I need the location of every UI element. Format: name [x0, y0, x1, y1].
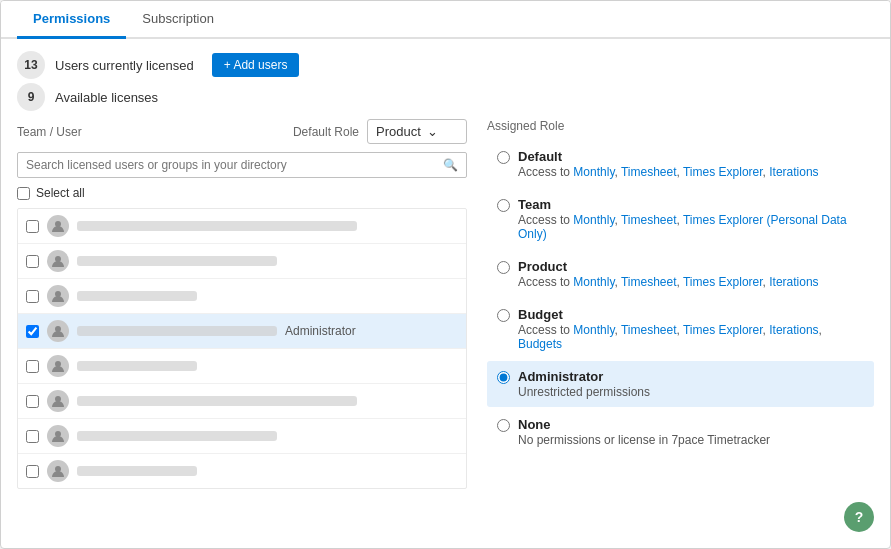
assigned-role-title: Assigned Role [487, 119, 874, 133]
select-all-checkbox[interactable] [17, 187, 30, 200]
avatar [47, 320, 69, 342]
default-role-value: Product [376, 124, 421, 139]
role-link[interactable]: Timesheet [621, 213, 677, 227]
role-link[interactable]: Monthly [573, 213, 614, 227]
role-option-content: DefaultAccess to Monthly, Timesheet, Tim… [518, 149, 864, 179]
role-option-administrator[interactable]: AdministratorUnrestricted permissions [487, 361, 874, 407]
user-name [77, 396, 357, 406]
select-all-label: Select all [36, 186, 85, 200]
role-name-budget: Budget [518, 307, 864, 322]
role-name-product: Product [518, 259, 864, 274]
user-checkbox[interactable] [26, 255, 39, 268]
role-radio-product[interactable] [497, 261, 510, 274]
user-name [77, 291, 197, 301]
default-role-dropdown[interactable]: Product ⌄ [367, 119, 467, 144]
role-option-product[interactable]: ProductAccess to Monthly, Timesheet, Tim… [487, 251, 874, 297]
licensed-stat: 13 Users currently licensed + Add users [17, 51, 874, 79]
role-link[interactable]: Timesheet [621, 275, 677, 289]
avatar [47, 215, 69, 237]
main-window: Permissions Subscription 13 Users curren… [0, 0, 891, 549]
role-option-content: NoneNo permissions or license in 7pace T… [518, 417, 864, 447]
role-desc-administrator: Unrestricted permissions [518, 385, 864, 399]
user-checkbox[interactable] [26, 325, 39, 338]
role-link[interactable]: Iterations [769, 323, 818, 337]
avatar [47, 250, 69, 272]
role-link[interactable]: Monthly [573, 323, 614, 337]
search-box[interactable]: 🔍 [17, 152, 467, 178]
role-option-default[interactable]: DefaultAccess to Monthly, Timesheet, Tim… [487, 141, 874, 187]
user-checkbox[interactable] [26, 360, 39, 373]
role-link[interactable]: Times Explorer (Personal Data Only) [518, 213, 847, 241]
user-name [77, 361, 197, 371]
user-name [77, 431, 277, 441]
available-stat: 9 Available licenses [17, 83, 874, 111]
avatar [47, 355, 69, 377]
role-radio-administrator[interactable] [497, 371, 510, 384]
user-row[interactable] [18, 384, 466, 419]
role-radio-none[interactable] [497, 419, 510, 432]
role-link[interactable]: Budgets [518, 337, 562, 351]
role-link[interactable]: Monthly [573, 165, 614, 179]
role-link[interactable]: Times Explorer [683, 275, 763, 289]
role-option-content: TeamAccess to Monthly, Timesheet, Times … [518, 197, 864, 241]
stats-section: 13 Users currently licensed + Add users … [1, 39, 890, 119]
user-list: Administrator [17, 208, 467, 489]
role-link[interactable]: Timesheet [621, 165, 677, 179]
tab-subscription[interactable]: Subscription [126, 1, 230, 39]
chevron-down-icon: ⌄ [427, 124, 438, 139]
user-row[interactable] [18, 244, 466, 279]
user-checkbox[interactable] [26, 465, 39, 478]
role-radio-budget[interactable] [497, 309, 510, 322]
main-content: Team / User Default Role Product ⌄ 🔍 Sel… [1, 119, 890, 505]
user-row[interactable] [18, 454, 466, 488]
role-desc-budget: Access to Monthly, Timesheet, Times Expl… [518, 323, 864, 351]
user-checkbox[interactable] [26, 395, 39, 408]
user-row[interactable] [18, 279, 466, 314]
user-row[interactable] [18, 209, 466, 244]
role-link[interactable]: Times Explorer [683, 323, 763, 337]
role-link[interactable]: Iterations [769, 165, 818, 179]
search-icon: 🔍 [443, 158, 458, 172]
roles-container: DefaultAccess to Monthly, Timesheet, Tim… [487, 141, 874, 455]
role-option-content: BudgetAccess to Monthly, Timesheet, Time… [518, 307, 864, 351]
role-name-none: None [518, 417, 864, 432]
role-radio-default[interactable] [497, 151, 510, 164]
role-option-budget[interactable]: BudgetAccess to Monthly, Timesheet, Time… [487, 299, 874, 359]
available-count-badge: 9 [17, 83, 45, 111]
add-users-button[interactable]: + Add users [212, 53, 300, 77]
search-input[interactable] [26, 158, 443, 172]
role-desc-product: Access to Monthly, Timesheet, Times Expl… [518, 275, 864, 289]
user-checkbox[interactable] [26, 220, 39, 233]
user-name [77, 326, 277, 336]
role-link[interactable]: Monthly [573, 275, 614, 289]
user-role-label: Administrator [285, 324, 356, 338]
role-option-none[interactable]: NoneNo permissions or license in 7pace T… [487, 409, 874, 455]
user-checkbox[interactable] [26, 430, 39, 443]
help-button[interactable]: ? [844, 502, 874, 532]
default-role-label: Default Role [293, 125, 359, 139]
role-link[interactable]: Times Explorer [683, 165, 763, 179]
role-link[interactable]: Iterations [769, 275, 818, 289]
role-option-content: AdministratorUnrestricted permissions [518, 369, 864, 399]
tab-permissions[interactable]: Permissions [17, 1, 126, 39]
role-name-administrator: Administrator [518, 369, 864, 384]
role-option-team[interactable]: TeamAccess to Monthly, Timesheet, Times … [487, 189, 874, 249]
user-row[interactable] [18, 349, 466, 384]
avatar [47, 390, 69, 412]
user-row[interactable] [18, 419, 466, 454]
team-user-label: Team / User [17, 125, 285, 139]
role-radio-team[interactable] [497, 199, 510, 212]
role-selector-row: Team / User Default Role Product ⌄ [17, 119, 467, 144]
role-link[interactable]: Timesheet [621, 323, 677, 337]
user-checkbox[interactable] [26, 290, 39, 303]
user-row[interactable]: Administrator [18, 314, 466, 349]
avatar [47, 285, 69, 307]
user-name [77, 256, 277, 266]
role-desc-team: Access to Monthly, Timesheet, Times Expl… [518, 213, 864, 241]
avatar [47, 425, 69, 447]
role-option-content: ProductAccess to Monthly, Timesheet, Tim… [518, 259, 864, 289]
licensed-label: Users currently licensed [55, 58, 194, 73]
available-label: Available licenses [55, 90, 158, 105]
select-all-row: Select all [17, 184, 467, 202]
tab-bar: Permissions Subscription [1, 1, 890, 39]
